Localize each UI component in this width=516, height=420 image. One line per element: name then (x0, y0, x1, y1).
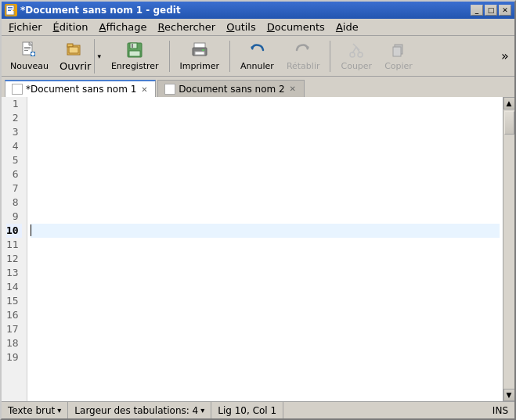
tab-doc2-icon (164, 84, 175, 95)
line-number-18: 18 (6, 336, 22, 350)
editor-content[interactable] (27, 97, 503, 401)
editor-line-7 (31, 181, 500, 196)
menu-documents[interactable]: Documents (262, 19, 330, 35)
svg-rect-19 (129, 51, 140, 56)
line-number-14: 14 (6, 280, 22, 294)
open-button[interactable]: Ouvrir ▾ (56, 38, 104, 74)
line-number-12: 12 (6, 252, 22, 266)
editor-line-14 (31, 280, 500, 294)
title-buttons: _ □ ✕ (471, 5, 511, 16)
copy-label: Copier (384, 61, 413, 71)
open-main[interactable]: Ouvrir (56, 39, 94, 74)
svg-line-28 (352, 47, 356, 53)
menu-aide[interactable]: Aide (330, 19, 364, 35)
editor-line-16 (31, 308, 500, 322)
new-icon (20, 41, 38, 59)
undo-button[interactable]: Annuler (235, 38, 280, 74)
insert-mode-label: INS (493, 405, 508, 416)
svg-rect-14 (67, 44, 73, 47)
editor-line-2 (31, 111, 500, 125)
line-number-10: 10 (6, 224, 22, 238)
title-bar-left: *Document sans nom 1 - gedit (5, 4, 181, 16)
menu-affichage[interactable]: Affichage (93, 19, 152, 35)
editor-line-19 (31, 350, 500, 364)
minimize-button[interactable]: _ (471, 5, 483, 16)
editor-line-15 (31, 294, 500, 308)
cut-icon (347, 41, 366, 59)
tab-doc1-close[interactable]: ✕ (139, 84, 149, 94)
editor-line-9 (31, 210, 500, 224)
tab-doc2[interactable]: Document sans nom 2 ✕ (157, 80, 304, 97)
scrollbar-down-button[interactable]: ▼ (503, 389, 515, 401)
status-text-type[interactable]: Texte brut ▾ (2, 402, 68, 418)
print-button[interactable]: Imprimer (175, 38, 226, 74)
redo-button[interactable]: Rétablir (281, 38, 326, 74)
editor-line-4 (31, 139, 500, 153)
menu-fichier[interactable]: Fichier (3, 19, 48, 35)
toolbar: Nouveau Ouvrir ▾ (2, 36, 514, 77)
overflow-icon: » (501, 48, 509, 63)
editor-line-11 (31, 238, 500, 252)
line-number-3: 3 (6, 125, 22, 139)
status-position: Lig 10, Col 1 (211, 402, 283, 418)
cut-button[interactable]: Couper (335, 38, 377, 74)
scrollbar-thumb[interactable] (504, 111, 514, 135)
svg-rect-3 (8, 10, 11, 11)
editor-area: 12345678910111213141516171819 ▲ ▼ (2, 97, 514, 401)
line-numbers: 12345678910111213141516171819 (2, 97, 27, 401)
position-label: Lig 10, Col 1 (218, 405, 276, 416)
editor-line-6 (31, 167, 500, 181)
app-icon (5, 4, 17, 16)
line-number-8: 8 (6, 196, 22, 210)
undo-label: Annuler (240, 61, 274, 71)
tab-width-arrow: ▾ (200, 406, 204, 415)
copy-button[interactable]: Copier (379, 38, 418, 74)
status-bar: Texte brut ▾ Largeur des tabulations: 4 … (2, 401, 514, 418)
menu-edition[interactable]: Édition (48, 19, 94, 35)
line-number-16: 16 (6, 308, 22, 322)
tab-doc1[interactable]: *Document sans nom 1 ✕ (5, 80, 156, 97)
scrollbar-up-button[interactable]: ▲ (503, 97, 515, 109)
editor-line-3 (31, 125, 500, 139)
toolbar-overflow-button[interactable]: » (499, 38, 511, 74)
scrollbar-track[interactable] (503, 109, 515, 389)
line-number-13: 13 (6, 266, 22, 280)
print-icon (190, 41, 209, 59)
close-button[interactable]: ✕ (499, 5, 511, 16)
svg-rect-9 (24, 50, 28, 51)
main-window: *Document sans nom 1 - gedit _ □ ✕ Fichi… (0, 0, 516, 420)
print-label: Imprimer (180, 61, 220, 71)
editor-line-17 (31, 322, 500, 336)
svg-rect-7 (24, 47, 31, 48)
vertical-scrollbar[interactable]: ▲ ▼ (503, 97, 514, 401)
toolbar-sep-1 (169, 41, 170, 72)
maximize-button[interactable]: □ (485, 5, 497, 16)
line-number-2: 2 (6, 111, 22, 125)
text-type-arrow: ▾ (57, 406, 61, 415)
menubar: Fichier Édition Affichage Rechercher Out… (2, 19, 514, 36)
tab-doc1-label: *Document sans nom 1 (26, 84, 136, 95)
editor-line-13 (31, 266, 500, 280)
menu-rechercher[interactable]: Rechercher (153, 19, 222, 35)
tab-doc2-label: Document sans nom 2 (179, 84, 284, 95)
open-icon (66, 40, 85, 59)
svg-line-30 (353, 44, 359, 50)
open-arrow[interactable]: ▾ (94, 39, 103, 74)
tab-doc2-close[interactable]: ✕ (288, 84, 298, 94)
menu-outils[interactable]: Outils (221, 19, 262, 35)
line-number-19: 19 (6, 350, 22, 364)
status-tab-width[interactable]: Largeur des tabulations: 4 ▾ (68, 402, 211, 418)
cut-label: Couper (341, 61, 372, 71)
new-button[interactable]: Nouveau (5, 38, 54, 74)
svg-rect-22 (195, 52, 204, 55)
line-number-4: 4 (6, 139, 22, 153)
editor-line-10 (31, 224, 500, 238)
line-number-6: 6 (6, 167, 22, 181)
new-label: Nouveau (10, 61, 49, 71)
line-number-15: 15 (6, 294, 22, 308)
line-number-17: 17 (6, 322, 22, 336)
line-number-7: 7 (6, 181, 22, 196)
line-number-9: 9 (6, 210, 22, 224)
svg-rect-12 (31, 53, 34, 55)
save-button[interactable]: Enregistrer (106, 38, 164, 74)
